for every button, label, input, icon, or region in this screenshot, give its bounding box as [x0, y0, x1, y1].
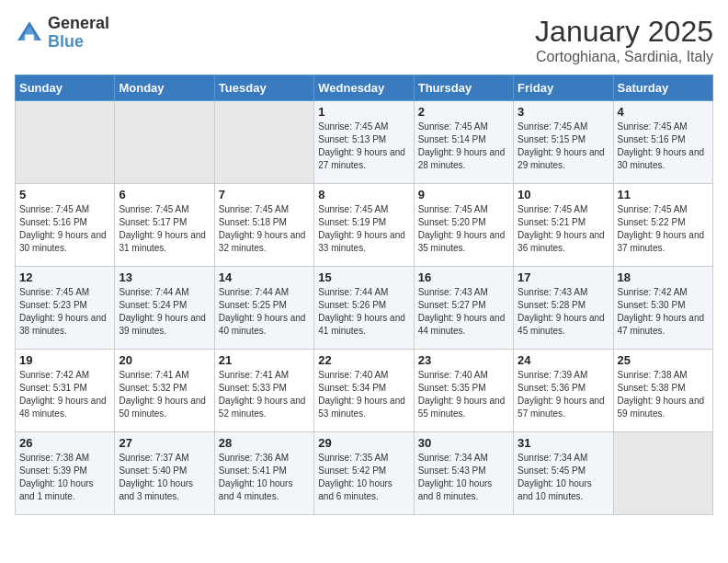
day-number: 15: [318, 270, 409, 284]
logo-text: General Blue: [48, 15, 109, 52]
day-info: Sunrise: 7:45 AM Sunset: 5:15 PM Dayligh…: [518, 121, 609, 172]
calendar-week-row: 12Sunrise: 7:45 AM Sunset: 5:23 PM Dayli…: [16, 267, 713, 350]
day-header: Sunday: [16, 75, 115, 101]
day-number: 3: [518, 105, 609, 119]
day-header: Wednesday: [314, 75, 414, 101]
calendar-cell: 18Sunrise: 7:42 AM Sunset: 5:30 PM Dayli…: [613, 267, 712, 350]
calendar-cell: 19Sunrise: 7:42 AM Sunset: 5:31 PM Dayli…: [16, 350, 115, 432]
day-number: 24: [518, 353, 609, 367]
day-header: Thursday: [414, 75, 513, 101]
day-number: 27: [119, 436, 210, 450]
day-info: Sunrise: 7:45 AM Sunset: 5:13 PM Dayligh…: [318, 121, 409, 172]
day-number: 19: [19, 353, 110, 367]
day-number: 21: [219, 353, 310, 367]
calendar-cell: 25Sunrise: 7:38 AM Sunset: 5:38 PM Dayli…: [613, 350, 712, 432]
day-info: Sunrise: 7:34 AM Sunset: 5:45 PM Dayligh…: [518, 452, 609, 503]
day-number: 20: [119, 353, 210, 367]
day-info: Sunrise: 7:45 AM Sunset: 5:21 PM Dayligh…: [518, 203, 609, 255]
calendar-cell: [115, 101, 214, 184]
day-info: Sunrise: 7:40 AM Sunset: 5:34 PM Dayligh…: [318, 369, 409, 420]
calendar-cell: 23Sunrise: 7:40 AM Sunset: 5:35 PM Dayli…: [414, 350, 513, 432]
day-header: Monday: [115, 75, 214, 101]
day-info: Sunrise: 7:45 AM Sunset: 5:20 PM Dayligh…: [418, 203, 509, 255]
day-number: 10: [518, 188, 609, 201]
day-number: 22: [318, 353, 409, 367]
day-info: Sunrise: 7:37 AM Sunset: 5:40 PM Dayligh…: [119, 452, 210, 503]
calendar-cell: [613, 432, 712, 515]
day-info: Sunrise: 7:45 AM Sunset: 5:16 PM Dayligh…: [618, 121, 709, 172]
logo: General Blue: [15, 15, 109, 52]
day-number: 29: [318, 436, 409, 450]
calendar-cell: 17Sunrise: 7:43 AM Sunset: 5:28 PM Dayli…: [514, 267, 613, 350]
month-title: January 2025: [535, 15, 713, 49]
calendar-cell: 29Sunrise: 7:35 AM Sunset: 5:42 PM Dayli…: [314, 432, 414, 515]
calendar-cell: 15Sunrise: 7:44 AM Sunset: 5:26 PM Dayli…: [314, 267, 414, 350]
title-block: January 2025 Cortoghiana, Sardinia, Ital…: [535, 15, 713, 65]
day-number: 17: [518, 270, 609, 284]
day-info: Sunrise: 7:38 AM Sunset: 5:39 PM Dayligh…: [19, 452, 110, 503]
calendar-cell: 12Sunrise: 7:45 AM Sunset: 5:23 PM Dayli…: [16, 267, 115, 350]
calendar-cell: 30Sunrise: 7:34 AM Sunset: 5:43 PM Dayli…: [414, 432, 513, 515]
calendar-cell: 21Sunrise: 7:41 AM Sunset: 5:33 PM Dayli…: [214, 350, 313, 432]
day-info: Sunrise: 7:45 AM Sunset: 5:22 PM Dayligh…: [618, 203, 709, 255]
calendar-body: 1Sunrise: 7:45 AM Sunset: 5:13 PM Daylig…: [16, 101, 713, 515]
day-info: Sunrise: 7:35 AM Sunset: 5:42 PM Dayligh…: [318, 452, 409, 503]
day-number: 12: [19, 270, 110, 284]
logo-icon: [15, 18, 44, 48]
day-number: 18: [618, 270, 709, 284]
calendar-header-row: SundayMondayTuesdayWednesdayThursdayFrid…: [16, 75, 713, 101]
day-info: Sunrise: 7:44 AM Sunset: 5:26 PM Dayligh…: [318, 286, 409, 338]
day-number: 4: [618, 105, 709, 119]
day-number: 6: [119, 188, 210, 201]
calendar-cell: 1Sunrise: 7:45 AM Sunset: 5:13 PM Daylig…: [314, 101, 414, 184]
day-number: 25: [618, 353, 709, 367]
day-number: 26: [19, 436, 110, 450]
day-number: 2: [418, 105, 509, 119]
day-number: 28: [219, 436, 310, 450]
day-info: Sunrise: 7:45 AM Sunset: 5:18 PM Dayligh…: [219, 203, 310, 255]
day-info: Sunrise: 7:43 AM Sunset: 5:27 PM Dayligh…: [418, 286, 509, 338]
calendar-cell: 27Sunrise: 7:37 AM Sunset: 5:40 PM Dayli…: [115, 432, 214, 515]
logo-line2: Blue: [48, 33, 109, 52]
header: General Blue January 2025 Cortoghiana, S…: [15, 15, 713, 65]
logo-line1: General: [48, 15, 109, 33]
calendar-cell: [214, 101, 313, 184]
day-info: Sunrise: 7:38 AM Sunset: 5:38 PM Dayligh…: [618, 369, 709, 420]
calendar-cell: 24Sunrise: 7:39 AM Sunset: 5:36 PM Dayli…: [514, 350, 613, 432]
calendar-cell: 7Sunrise: 7:45 AM Sunset: 5:18 PM Daylig…: [214, 184, 313, 267]
calendar-cell: 14Sunrise: 7:44 AM Sunset: 5:25 PM Dayli…: [214, 267, 313, 350]
day-number: 9: [418, 188, 509, 201]
day-number: 30: [418, 436, 509, 450]
calendar-cell: 13Sunrise: 7:44 AM Sunset: 5:24 PM Dayli…: [115, 267, 214, 350]
day-info: Sunrise: 7:45 AM Sunset: 5:19 PM Dayligh…: [318, 203, 409, 255]
calendar-cell: [16, 101, 115, 184]
day-number: 13: [119, 270, 210, 284]
day-info: Sunrise: 7:45 AM Sunset: 5:16 PM Dayligh…: [19, 203, 110, 255]
calendar-week-row: 19Sunrise: 7:42 AM Sunset: 5:31 PM Dayli…: [16, 350, 713, 432]
calendar-cell: 20Sunrise: 7:41 AM Sunset: 5:32 PM Dayli…: [115, 350, 214, 432]
day-number: 31: [518, 436, 609, 450]
calendar-cell: 5Sunrise: 7:45 AM Sunset: 5:16 PM Daylig…: [16, 184, 115, 267]
calendar-cell: 2Sunrise: 7:45 AM Sunset: 5:14 PM Daylig…: [414, 101, 513, 184]
calendar-cell: 4Sunrise: 7:45 AM Sunset: 5:16 PM Daylig…: [613, 101, 712, 184]
day-number: 7: [219, 188, 310, 201]
calendar-cell: 8Sunrise: 7:45 AM Sunset: 5:19 PM Daylig…: [314, 184, 414, 267]
calendar-cell: 10Sunrise: 7:45 AM Sunset: 5:21 PM Dayli…: [514, 184, 613, 267]
calendar-table: SundayMondayTuesdayWednesdayThursdayFrid…: [15, 75, 713, 515]
day-info: Sunrise: 7:36 AM Sunset: 5:41 PM Dayligh…: [219, 452, 310, 503]
day-info: Sunrise: 7:43 AM Sunset: 5:28 PM Dayligh…: [518, 286, 609, 338]
calendar-cell: 3Sunrise: 7:45 AM Sunset: 5:15 PM Daylig…: [514, 101, 613, 184]
calendar-cell: 31Sunrise: 7:34 AM Sunset: 5:45 PM Dayli…: [514, 432, 613, 515]
day-info: Sunrise: 7:39 AM Sunset: 5:36 PM Dayligh…: [518, 369, 609, 420]
calendar-cell: 9Sunrise: 7:45 AM Sunset: 5:20 PM Daylig…: [414, 184, 513, 267]
day-number: 16: [418, 270, 509, 284]
day-info: Sunrise: 7:40 AM Sunset: 5:35 PM Dayligh…: [418, 369, 509, 420]
svg-rect-2: [25, 34, 34, 40]
calendar-week-row: 1Sunrise: 7:45 AM Sunset: 5:13 PM Daylig…: [16, 101, 713, 184]
day-info: Sunrise: 7:44 AM Sunset: 5:25 PM Dayligh…: [219, 286, 310, 338]
calendar-cell: 16Sunrise: 7:43 AM Sunset: 5:27 PM Dayli…: [414, 267, 513, 350]
location-title: Cortoghiana, Sardinia, Italy: [535, 49, 713, 65]
day-info: Sunrise: 7:45 AM Sunset: 5:17 PM Dayligh…: [119, 203, 210, 255]
day-header: Friday: [514, 75, 613, 101]
day-number: 23: [418, 353, 509, 367]
